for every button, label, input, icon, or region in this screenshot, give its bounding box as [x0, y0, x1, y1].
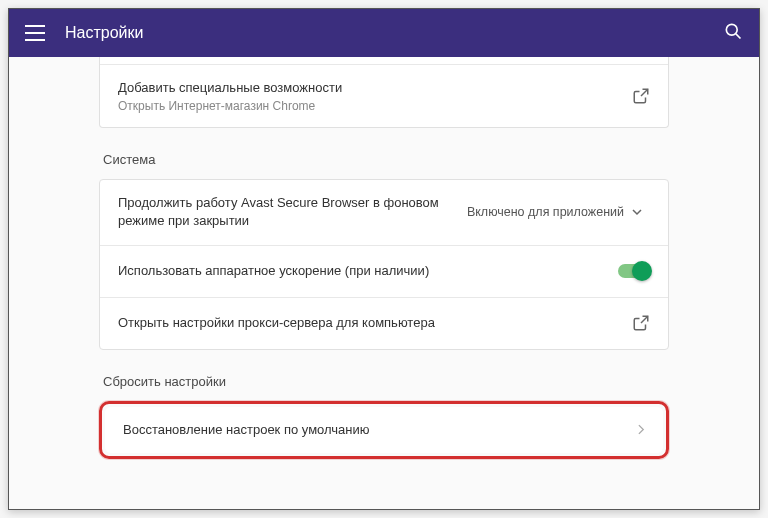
chevron-right-icon: [638, 424, 645, 435]
system-section-title: Система: [103, 152, 669, 167]
external-link-icon: [632, 87, 650, 105]
proxy-settings-row[interactable]: Открыть настройки прокси-сервера для ком…: [100, 297, 668, 349]
system-card: Продолжить работу Avast Secure Browser в…: [99, 179, 669, 349]
add-accessibility-row[interactable]: Добавить специальные возможности Открыть…: [100, 65, 668, 127]
restore-defaults-label: Восстановление настроек по умолчанию: [123, 421, 622, 439]
background-mode-label: Продолжить работу Avast Secure Browser в…: [118, 194, 443, 230]
page-title: Настройки: [65, 24, 143, 42]
truncated-row: [100, 57, 668, 65]
external-link-icon: [632, 314, 650, 332]
hw-accel-toggle[interactable]: [618, 264, 650, 278]
accessibility-card: Добавить специальные возможности Открыть…: [99, 57, 669, 128]
dropdown-value: Включено для приложений: [467, 205, 624, 219]
app-header: Настройки: [9, 9, 759, 57]
svg-point-0: [726, 24, 737, 35]
chevron-down-icon: [632, 207, 642, 217]
hw-accel-label: Использовать аппаратное ускорение (при н…: [118, 262, 602, 280]
reset-section-title: Сбросить настройки: [103, 374, 669, 389]
background-mode-row: Продолжить работу Avast Secure Browser в…: [100, 180, 668, 244]
menu-icon[interactable]: [25, 25, 45, 41]
background-mode-dropdown[interactable]: Включено для приложений: [459, 199, 650, 225]
proxy-settings-label: Открыть настройки прокси-сервера для ком…: [118, 314, 616, 332]
reset-highlight: Восстановление настроек по умолчанию: [99, 401, 669, 459]
search-icon[interactable]: [723, 21, 743, 45]
restore-defaults-row[interactable]: Восстановление настроек по умолчанию: [105, 407, 663, 453]
add-accessibility-subtitle: Открыть Интернет-магазин Chrome: [118, 99, 616, 113]
add-accessibility-title: Добавить специальные возможности: [118, 79, 616, 97]
svg-line-1: [736, 34, 741, 39]
settings-content: Добавить специальные возможности Открыть…: [9, 57, 759, 509]
hw-accel-row: Использовать аппаратное ускорение (при н…: [100, 245, 668, 297]
